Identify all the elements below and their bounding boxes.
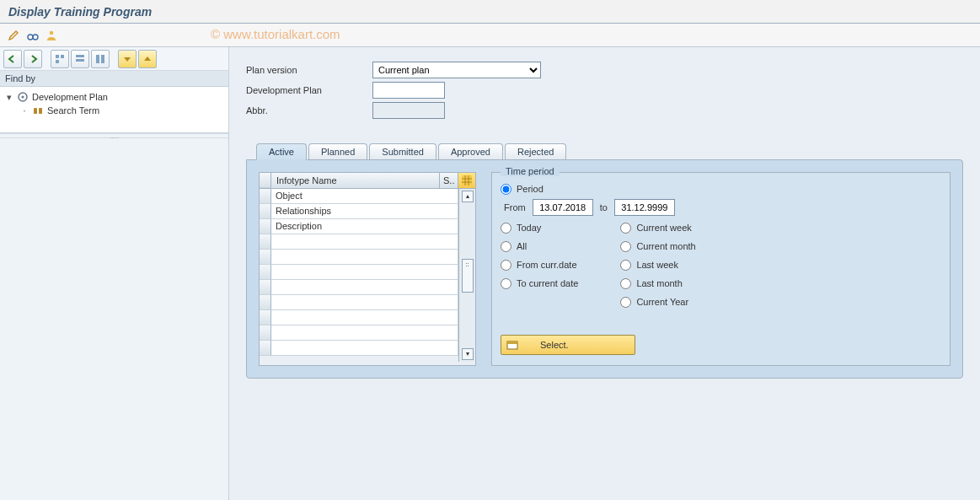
binoculars-icon (32, 105, 44, 116)
radio-period-label: Period (517, 184, 544, 194)
tab-approved[interactable]: Approved (438, 143, 503, 159)
svg-point-0 (28, 35, 33, 40)
radio-all[interactable] (501, 241, 511, 252)
table-row[interactable] (260, 341, 458, 356)
plan-version-label: Plan version (246, 65, 372, 75)
scroll-up-icon[interactable]: ▴ (462, 191, 474, 202)
tree-child-label: Search Term (47, 105, 99, 116)
scroll-thumb[interactable]: :: (462, 259, 474, 293)
svg-rect-12 (34, 108, 37, 114)
table-scrollbar[interactable]: ▴ :: ▾ (458, 189, 475, 362)
nav-tree2-icon[interactable] (71, 50, 89, 68)
radio-from-curr[interactable] (501, 260, 511, 271)
abbr-input (372, 102, 445, 119)
tree-collapse-icon[interactable]: ▾ (5, 92, 13, 103)
tab-planned[interactable]: Planned (308, 143, 367, 159)
svg-point-11 (22, 96, 24, 99)
svg-rect-5 (56, 60, 59, 63)
select-button[interactable]: Select. (501, 335, 635, 355)
radio-to-curr[interactable] (501, 278, 511, 289)
col-header-s[interactable]: S.. (440, 173, 458, 188)
from-label: From (504, 202, 526, 212)
tree-bullet-icon: · (20, 105, 29, 116)
radio-today[interactable] (501, 223, 511, 234)
table-row[interactable] (260, 265, 458, 280)
tab-rejected[interactable]: Rejected (505, 143, 566, 159)
app-toolbar: © www.tutorialkart.com (0, 24, 980, 47)
tab-active[interactable]: Active (256, 143, 307, 160)
tab-submitted[interactable]: Submitted (369, 143, 436, 159)
nav-tree3-icon[interactable] (91, 50, 110, 68)
radio-last-month-label: Last month (636, 278, 682, 288)
row-name: Object (271, 189, 458, 204)
nav-expand-icon[interactable] (118, 50, 137, 68)
radio-last-month[interactable] (620, 278, 631, 289)
svg-rect-13 (39, 108, 42, 114)
from-date-input[interactable] (533, 199, 593, 216)
table-row[interactable] (260, 234, 458, 250)
devplan-node-icon (17, 91, 29, 103)
svg-rect-8 (96, 55, 99, 63)
svg-rect-16 (507, 341, 517, 344)
sidebar: Find by ▾ Development Plan · Search Term… (0, 47, 229, 500)
tool-person-icon[interactable] (44, 28, 59, 43)
radio-to-curr-label: To current date (517, 278, 578, 288)
radio-cur-week[interactable] (620, 223, 631, 234)
row-name: Description (271, 219, 458, 234)
radio-last-week[interactable] (620, 260, 631, 271)
select-button-label: Select. (540, 340, 569, 350)
svg-rect-3 (56, 55, 59, 58)
nav-toolbar (0, 47, 228, 71)
plan-version-select[interactable]: Current plan (372, 62, 541, 78)
svg-rect-7 (76, 59, 84, 62)
nav-tree1-icon[interactable] (51, 50, 69, 68)
tree-root-devplan[interactable]: ▾ Development Plan (5, 90, 223, 104)
findby-header: Find by (0, 71, 228, 87)
radio-cur-year[interactable] (620, 297, 631, 308)
time-period-group: Time period Period From to Today (491, 172, 951, 366)
radio-period[interactable] (501, 184, 511, 195)
table-row[interactable]: Object (260, 189, 458, 204)
svg-rect-9 (101, 55, 104, 63)
tree-child-searchterm[interactable]: · Search Term (5, 104, 223, 117)
radio-cur-week-label: Current week (636, 223, 691, 233)
nav-tree: ▾ Development Plan · Search Term (0, 87, 228, 133)
svg-rect-6 (76, 55, 84, 57)
radio-cur-month[interactable] (620, 241, 631, 252)
window-title: Display Training Program (0, 0, 980, 24)
table-settings-icon[interactable] (458, 173, 475, 188)
group-title: Time period (501, 166, 560, 176)
table-row[interactable] (260, 295, 458, 310)
tool-pencil-icon[interactable] (7, 28, 22, 43)
table-row[interactable] (260, 280, 458, 295)
radio-today-label: Today (517, 223, 541, 233)
infotype-rows: Object Relationships Description (260, 189, 458, 362)
select-button-icon (506, 340, 518, 350)
devplan-input[interactable] (372, 82, 445, 99)
to-label: to (600, 202, 608, 212)
abbr-label: Abbr. (246, 105, 372, 116)
radio-cur-month-label: Current month (636, 241, 695, 251)
tabstrip: Active Planned Submitted Approved Reject… (246, 143, 963, 159)
table-row[interactable]: Relationships (260, 204, 458, 219)
main-content: Plan version Current plan Development Pl… (229, 47, 980, 500)
radio-from-curr-label: From curr.date (517, 260, 577, 270)
table-row[interactable]: Description (260, 219, 458, 234)
radio-all-label: All (517, 241, 527, 251)
radio-cur-year-label: Current Year (636, 297, 688, 307)
watermark-text: © www.tutorialkart.com (211, 27, 340, 41)
row-name: Relationships (271, 204, 458, 219)
table-row[interactable] (260, 250, 458, 265)
to-date-input[interactable] (614, 199, 675, 216)
nav-collapse-icon[interactable] (138, 50, 157, 68)
tab-panel-active: Infotype Name S.. Object Relationships D… (246, 159, 963, 379)
table-row[interactable] (260, 310, 458, 325)
nav-forward-icon[interactable] (24, 50, 42, 68)
table-row[interactable] (260, 325, 458, 341)
svg-point-2 (50, 30, 54, 35)
nav-back-icon[interactable] (3, 50, 22, 68)
scroll-down-icon[interactable]: ▾ (462, 348, 474, 360)
svg-rect-4 (61, 55, 64, 58)
col-header-name[interactable]: Infotype Name (271, 173, 440, 188)
tool-glasses-icon[interactable] (25, 28, 40, 43)
